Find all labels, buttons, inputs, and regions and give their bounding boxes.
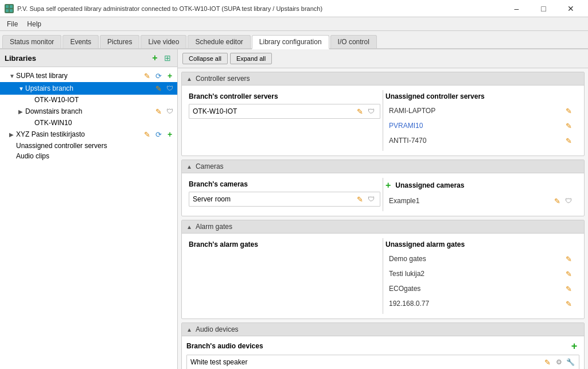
ip-icons: ✎ (563, 298, 574, 309)
arrow-xyz: ▶ (9, 131, 16, 138)
unassigned-gate-eco: ECOgates ✎ (385, 282, 577, 296)
svg-rect-0 (6, 5, 9, 8)
window-controls: – □ ✕ (504, 0, 583, 17)
add-xyz-button[interactable]: + (165, 129, 175, 139)
controller-servers-body: Branch's controller servers OTK-W10-IOT … (182, 86, 584, 156)
tree-label-unassigned-controllers: Unassigned controller servers (16, 142, 175, 150)
supa-icons: ✎ ⟳ + (142, 71, 175, 81)
edit-upstairs-button[interactable]: ✎ (153, 83, 163, 94)
edit-white-test-button[interactable]: ✎ (542, 357, 552, 367)
maximize-button[interactable]: □ (531, 0, 556, 17)
delete-controller-otk-button[interactable]: 🛡 (366, 106, 376, 116)
unassigned-alarm-gates-col: Unassigned alarm gates Demo gates ✎ Test… (383, 238, 579, 314)
controller-servers-title: Controller servers (196, 75, 250, 83)
tree-item-supa-test-library[interactable]: ▼ SUPA test library ✎ ⟳ + (0, 69, 177, 82)
branch-controllers-header: Branch's controller servers (189, 92, 380, 100)
tree-item-unassigned-controllers[interactable]: Unassigned controller servers (0, 141, 177, 151)
tree-item-otk-w10-iot[interactable]: OTK-W10-IOT (0, 95, 177, 105)
tree-item-otk-win10[interactable]: OTK-WIN10 (0, 118, 177, 128)
edit-rami-button[interactable]: ✎ (563, 106, 574, 116)
edit-ip-button[interactable]: ✎ (563, 298, 574, 309)
arrow-upstairs: ▼ (18, 86, 25, 92)
example1-icons: ✎ 🛡 (552, 196, 574, 206)
unassigned-gate-testi: Testi lukija2 ✎ (385, 267, 577, 281)
add-library-button[interactable]: + (150, 53, 160, 63)
controller-servers-header[interactable]: ▲ Controller servers (182, 72, 584, 86)
right-top-bar: Collapse all Expand all (178, 49, 588, 68)
refresh-supa-button[interactable]: ⟳ (153, 71, 163, 81)
collapse-all-button[interactable]: Collapse all (182, 53, 228, 64)
alarm-gates-section: ▲ Alarm gates Branch's alarm gates Unass… (181, 220, 585, 319)
menu-help[interactable]: Help (22, 19, 46, 29)
edit-downstairs-button[interactable]: ✎ (153, 106, 163, 116)
shield-downstairs[interactable]: 🛡 (165, 106, 175, 116)
tab-pictures[interactable]: Pictures (100, 35, 139, 48)
unassigned-controllers-header: Unassigned controller servers (385, 92, 577, 100)
unassigned-label-example1: Example1 (389, 197, 552, 205)
tab-io-control[interactable]: I/O control (330, 35, 377, 48)
edit-server-room-button[interactable]: ✎ (355, 194, 365, 204)
pvrami-icons: ✎ (563, 121, 574, 131)
tab-schedule-editor[interactable]: Schedule editor (188, 35, 250, 48)
tree-label-xyz-pasin: XYZ Pasin testikirjasto (16, 130, 142, 138)
edit-xyz-button[interactable]: ✎ (142, 129, 152, 139)
add-branch-button[interactable]: + (165, 71, 175, 81)
library-icon-2[interactable]: ⊞ (162, 53, 173, 63)
add-camera-icon[interactable]: + (385, 180, 391, 191)
upstairs-icons: ✎ 🛡 (153, 83, 175, 94)
edit-antti-button[interactable]: ✎ (563, 135, 574, 146)
branch-audio-label: Branch's audio devices (186, 342, 263, 350)
edit-controller-otk-button[interactable]: ✎ (355, 106, 365, 116)
audio-devices-header[interactable]: ▲ Audio devices (182, 323, 584, 336)
edit-demo-button[interactable]: ✎ (563, 254, 574, 264)
shield-example1-button[interactable]: 🛡 (563, 196, 574, 206)
library-tree: ▼ SUPA test library ✎ ⟳ + ▼ Upstairs bra… (0, 67, 177, 369)
cameras-section: ▲ Cameras Branch's cameras Server room ✎… (181, 160, 585, 216)
tab-library-configuration[interactable]: Library configuration (252, 35, 329, 49)
delete-server-room-button[interactable]: 🛡 (366, 194, 376, 204)
unassigned-gate-demo: Demo gates ✎ (385, 252, 577, 266)
cameras-body: Branch's cameras Server room ✎ 🛡 (182, 173, 584, 216)
window-title: P.V. Supa self operated library administ… (17, 5, 322, 12)
controller-otk-icons: ✎ 🛡 (355, 106, 376, 116)
tree-label-upstairs: Upstairs branch (25, 84, 153, 92)
alarm-gates-title: Alarm gates (196, 223, 232, 231)
unassigned-label-pvrami: PVRAMI10 (389, 122, 563, 130)
unassigned-label-testi: Testi lukija2 (389, 270, 563, 278)
wrench-white-test-button[interactable]: 🔧 (565, 357, 575, 367)
titlebar-left: P.V. Supa self operated library administ… (5, 4, 322, 13)
refresh-xyz-button[interactable]: ⟳ (153, 129, 163, 139)
close-button[interactable]: ✕ (558, 0, 583, 17)
edit-example1-button[interactable]: ✎ (552, 196, 562, 206)
add-audio-device-button[interactable]: + (569, 341, 579, 351)
tabbar: Status monitor Events Pictures Live vide… (0, 31, 588, 49)
branch-alarm-gates-header: Branch's alarm gates (189, 240, 380, 248)
edit-eco-button[interactable]: ✎ (563, 283, 574, 294)
controller-servers-cols: Branch's controller servers OTK-W10-IOT … (186, 90, 579, 151)
edit-supa-button[interactable]: ✎ (142, 71, 152, 81)
tree-item-xyz-pasin[interactable]: ▶ XYZ Pasin testikirjasto ✎ ⟳ + (0, 128, 177, 141)
config-upstairs-button[interactable]: 🛡 (165, 83, 175, 94)
minimize-button[interactable]: – (504, 0, 529, 17)
right-panel-inner: ▲ Controller servers Branch's controller… (178, 72, 588, 369)
edit-testi-button[interactable]: ✎ (563, 269, 574, 279)
expand-all-button[interactable]: Expand all (230, 53, 272, 64)
tree-item-downstairs-branch[interactable]: ▶ Downstairs branch ✎ 🛡 (0, 105, 177, 118)
tree-item-audio-clips[interactable]: Audio clips (0, 151, 177, 161)
alarm-gates-header[interactable]: ▲ Alarm gates (182, 220, 584, 234)
tab-live-video[interactable]: Live video (141, 35, 186, 48)
camera-item-server-room: Server room ✎ 🛡 (189, 192, 380, 207)
unassigned-alarm-gates-header: Unassigned alarm gates (385, 240, 577, 248)
settings-white-test-button[interactable]: ⚙ (554, 357, 564, 367)
branch-alarm-gates-empty (189, 252, 380, 298)
branch-controllers-col: Branch's controller servers OTK-W10-IOT … (186, 90, 383, 151)
tree-item-upstairs-branch[interactable]: ▼ Upstairs branch ✎ 🛡 (0, 82, 177, 95)
menu-file[interactable]: File (2, 19, 22, 29)
audio-devices-section: ▲ Audio devices Branch's audio devices +… (181, 323, 585, 369)
tab-events[interactable]: Events (63, 35, 99, 48)
unassigned-label-ip: 192.168.0.77 (389, 300, 563, 308)
tab-status-monitor[interactable]: Status monitor (2, 35, 61, 48)
edit-pvrami-button[interactable]: ✎ (563, 121, 574, 131)
cameras-header[interactable]: ▲ Cameras (182, 160, 584, 173)
tree-label-audio-clips: Audio clips (16, 152, 175, 160)
